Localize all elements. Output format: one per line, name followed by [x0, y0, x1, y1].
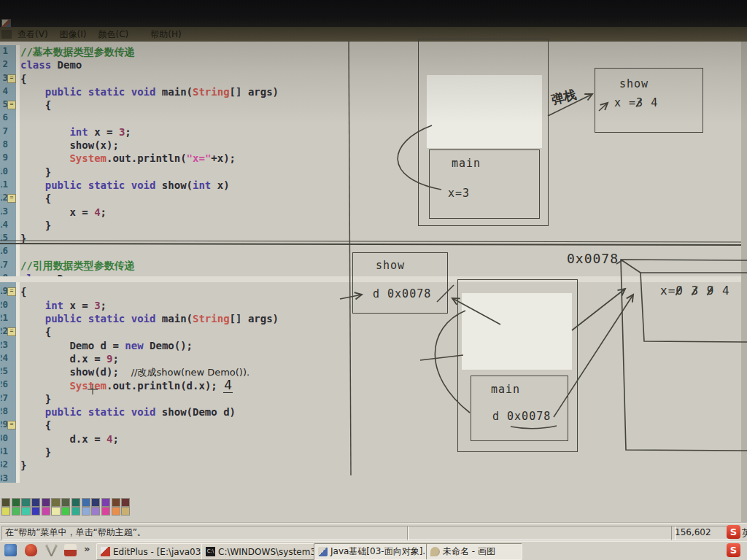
fold-marker-icon[interactable]: = [7, 421, 16, 429]
palette-swatch[interactable] [61, 507, 70, 516]
code-line: int x = 3; [20, 125, 279, 139]
fold-marker-icon[interactable]: = [7, 287, 16, 296]
quicklaunch-overflow-chevron[interactable]: » [84, 543, 90, 554]
code-line: } [20, 219, 279, 232]
code-token: ; [101, 300, 107, 311]
menu-item[interactable]: 颜色(C) [92, 27, 134, 42]
line-number-row: 25 [0, 365, 16, 378]
mail-app-icon[interactable] [64, 544, 77, 556]
code-token [20, 300, 45, 311]
line-number: 6 [1, 112, 8, 122]
code-token: int [45, 300, 63, 311]
code-line: { [20, 325, 279, 338]
code-token: public static void [45, 406, 156, 418]
status-help-text: 在“帮助”菜单中，单击“帮助主题”。 [1, 526, 409, 540]
palette-swatch[interactable] [42, 498, 50, 507]
code-token: show(x); [20, 139, 119, 151]
menu-item[interactable]: 帮助(H) [144, 27, 187, 42]
ime-sogou-icon[interactable]: S [727, 525, 740, 539]
taskbar-button-java-video[interactable]: Java基础[03-面向对象]... [314, 543, 430, 560]
palette-swatch[interactable] [101, 498, 110, 507]
code-token: public static void [45, 179, 156, 191]
line-number: 28 [1, 405, 8, 416]
code-line: } [20, 392, 279, 405]
code-token: ; [112, 353, 118, 365]
code-line: //引用数据类型参数传递 [20, 259, 279, 272]
show-frame-var: x =3 4 [614, 96, 658, 109]
code-token: } [20, 233, 26, 244]
main-frame-var-bottom: d 0x0078 [492, 410, 551, 423]
ime-sogou-tray-icon[interactable]: S [727, 543, 740, 557]
line-number: 9 [1, 152, 8, 163]
palette-swatch[interactable] [121, 498, 130, 507]
palette-swatch[interactable] [42, 507, 50, 516]
menu-item[interactable]: 查看(V) [12, 27, 54, 42]
fold-marker-icon[interactable]: = [7, 101, 16, 109]
code-line [20, 112, 279, 125]
line-number-row: 30 [0, 432, 16, 446]
line-number: 23 [1, 339, 8, 350]
palette-swatch[interactable] [1, 507, 10, 516]
taskbar: » EditPlus - [E:\java0331\d... C:\ C:\WI… [0, 541, 747, 560]
taskbar-button-paint[interactable]: 未命名 - 画图 [426, 543, 522, 560]
line-number-row: 4 [0, 85, 16, 98]
media-player-icon[interactable] [45, 544, 58, 556]
palette-swatch[interactable] [61, 498, 70, 507]
menu-item[interactable]: 图像(I) [54, 27, 93, 42]
taskbar-button-cmd[interactable]: C:\ C:\WINDOWS\system32... [201, 543, 317, 560]
fold-marker-icon[interactable]: = [7, 194, 16, 203]
palette-swatch[interactable] [91, 498, 100, 507]
line-number-row: 26 [0, 378, 16, 392]
palette-swatch[interactable] [91, 507, 100, 516]
palette-swatch[interactable] [71, 498, 80, 507]
taskbar-button-editplus[interactable]: EditPlus - [E:\java0331\d... [96, 543, 204, 560]
menu-bar: 查看(V)图像(I)颜色(C)帮助(H) [0, 27, 747, 42]
line-number-row: 15 [0, 232, 16, 245]
line-number-row: 24 [0, 352, 16, 365]
browser-icon[interactable] [4, 544, 17, 556]
code-line: { [20, 419, 279, 432]
line-number-row: 16 [0, 245, 16, 258]
code-line: } [20, 446, 279, 459]
code-token: ; [125, 126, 131, 138]
pop-stack-label-top: 弹栈 [550, 86, 578, 109]
palette-swatch[interactable] [21, 498, 30, 507]
palette-swatch[interactable] [51, 507, 60, 516]
status-coordinates: 156,602 [671, 526, 729, 540]
fold-marker-icon[interactable]: = [7, 327, 16, 336]
palette-swatch[interactable] [1, 498, 10, 507]
code-token: show(Demo d) [155, 406, 236, 418]
palette-swatch[interactable] [31, 507, 40, 516]
video-player-icon [318, 547, 328, 556]
code-token: show( [155, 179, 193, 191]
code-token: } [20, 219, 51, 231]
code-token: main( [155, 313, 193, 324]
code-token [20, 179, 45, 191]
palette-swatch[interactable] [101, 507, 110, 516]
line-number-row: 33 [0, 472, 16, 486]
palette-swatch[interactable] [82, 507, 90, 516]
palette-swatch[interactable] [112, 507, 120, 516]
palette-swatch[interactable] [82, 498, 90, 507]
code-line: System.out.println(d.x); 4 [20, 378, 279, 392]
palette-swatch[interactable] [51, 498, 60, 507]
flame-app-icon[interactable] [25, 544, 37, 556]
code-token: class [20, 59, 51, 71]
palette-swatch[interactable] [31, 498, 40, 507]
palette-swatch[interactable] [121, 507, 130, 516]
palette-swatch[interactable] [12, 498, 20, 507]
ime-language-indicator[interactable]: 英 [742, 526, 747, 540]
line-number-row: 1 [0, 45, 16, 58]
palette-swatch[interactable] [112, 498, 120, 507]
paint-canvas[interactable]: 123=45=6789101112=13141516171819=202122=… [0, 42, 747, 522]
code-token: System [69, 152, 107, 164]
palette-swatch[interactable] [71, 507, 80, 516]
code-token: } [20, 166, 51, 178]
line-number-row: 23 [0, 339, 16, 352]
clipped-menu-fragment [1, 30, 12, 39]
line-number: 8 [1, 139, 8, 149]
palette-swatch[interactable] [21, 507, 30, 516]
main-frame-title: main [452, 157, 481, 170]
palette-swatch[interactable] [12, 507, 20, 516]
fold-marker-icon[interactable]: = [7, 74, 16, 83]
